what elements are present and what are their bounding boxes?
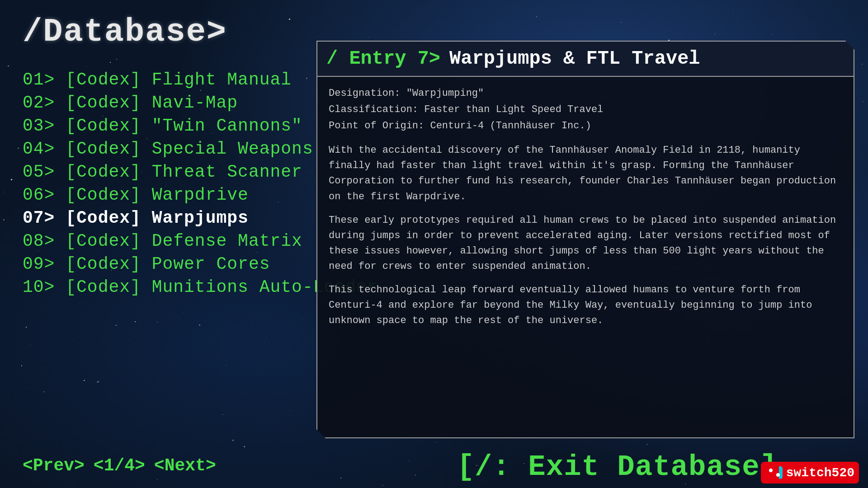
svg-point-3 [769, 469, 773, 472]
entry-paragraph2: These early prototypes required all huma… [329, 213, 842, 274]
next-button[interactable]: <Next> [154, 456, 216, 475]
svg-rect-2 [770, 464, 779, 482]
entry-paragraph3: This technological leap forward eventual… [329, 282, 842, 328]
entry-header-title: Warpjumps & FTL Travel [449, 48, 700, 70]
exit-button[interactable]: [/: Exit Database] [457, 451, 778, 483]
prev-button[interactable]: <Prev> [23, 456, 85, 475]
entry-meta: Designation: "Warpjumping" Classificatio… [329, 86, 842, 134]
entry-designation: Designation: "Warpjumping" [329, 86, 842, 101]
page-title: /Database> [23, 14, 227, 51]
entry-header: / Entry 7> Warpjumps & FTL Travel [317, 42, 854, 77]
entry-panel: / Entry 7> Warpjumps & FTL Travel Design… [316, 41, 854, 438]
entry-header-label: / Entry 7> [326, 48, 440, 70]
switch-badge: switch520 [761, 462, 859, 483]
entry-paragraph1: With the accidental discovery of the Tan… [329, 143, 842, 204]
entry-origin: Point of Origin: Centuri-4 (Tannhäuser I… [329, 118, 842, 134]
svg-point-4 [776, 473, 780, 477]
entry-classification: Classification: Faster than Light Speed … [329, 102, 842, 117]
switch-text: switch520 [786, 466, 854, 480]
switch-logo-icon [765, 464, 783, 482]
entry-body: Designation: "Warpjumping" Classificatio… [317, 77, 854, 346]
pagination-current: <1/4> [94, 456, 145, 475]
pagination-controls: <Prev> <1/4> <Next> [23, 456, 216, 475]
